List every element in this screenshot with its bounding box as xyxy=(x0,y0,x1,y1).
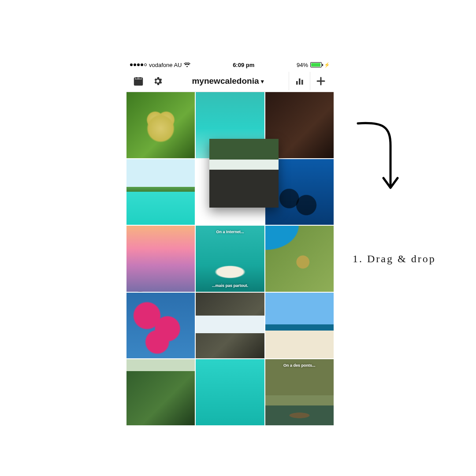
photo-thumbnail xyxy=(265,293,334,359)
grid-tile[interactable] xyxy=(126,159,195,225)
photo-thumbnail xyxy=(196,293,264,359)
settings-button[interactable] xyxy=(149,72,167,90)
grid-tile[interactable]: On a Internet... ...mais pas partout. xyxy=(196,226,264,292)
grid-tile[interactable] xyxy=(196,293,264,359)
account-switcher[interactable]: mynewcaledonia ▾ xyxy=(169,76,287,86)
annotation-text: 1. Drag & drop xyxy=(353,251,450,267)
carrier-label: vodafone AU xyxy=(149,62,182,68)
analytics-button[interactable] xyxy=(289,72,310,90)
add-button[interactable] xyxy=(310,72,331,90)
photo-thumbnail xyxy=(196,359,264,425)
grid-tile[interactable]: On a des ponts... xyxy=(265,359,334,425)
wifi-icon xyxy=(184,63,190,67)
photo-thumbnail xyxy=(126,226,195,292)
svg-rect-4 xyxy=(301,80,303,85)
photo-thumbnail xyxy=(126,359,195,425)
grid-tile[interactable] xyxy=(265,293,334,359)
feed-grid: On a Internet... ...mais pas partout. On… xyxy=(126,92,334,425)
photo-thumbnail xyxy=(126,159,195,225)
grid-tile[interactable] xyxy=(126,359,195,425)
calendar-button[interactable] xyxy=(129,72,148,90)
ios-status-bar: vodafone AU 6:09 pm 94% ⚡ xyxy=(126,60,334,70)
clock-label: 6:09 pm xyxy=(233,62,254,68)
signal-strength-icon xyxy=(130,63,147,66)
photo-caption: ...mais pas partout. xyxy=(196,282,264,289)
tutorial-annotation: 1. Drag & drop xyxy=(353,119,450,267)
svg-rect-2 xyxy=(296,81,298,85)
svg-rect-1 xyxy=(135,80,142,85)
photo-thumbnail xyxy=(209,139,279,208)
grid-tile[interactable] xyxy=(265,226,334,292)
photo-thumbnail xyxy=(265,359,334,425)
grid-tile[interactable] xyxy=(126,293,195,359)
photo-thumbnail xyxy=(265,226,334,292)
svg-rect-3 xyxy=(299,78,301,85)
photo-thumbnail xyxy=(126,293,195,359)
arrow-icon xyxy=(353,119,450,198)
grid-tile[interactable] xyxy=(196,359,264,425)
photo-thumbnail xyxy=(126,92,195,158)
battery-icon xyxy=(310,62,322,67)
grid-tile[interactable] xyxy=(126,226,195,292)
photo-caption: On a Internet... xyxy=(196,228,264,235)
dragged-tile[interactable] xyxy=(209,139,279,208)
account-name-label: mynewcaledonia xyxy=(192,76,259,86)
app-toolbar: mynewcaledonia ▾ xyxy=(126,70,334,92)
photo-caption: On a des ponts... xyxy=(265,362,334,369)
charging-icon: ⚡ xyxy=(324,62,330,68)
phone-screen: vodafone AU 6:09 pm 94% ⚡ xyxy=(126,60,334,425)
grid-tile[interactable] xyxy=(126,92,195,158)
chevron-down-icon: ▾ xyxy=(261,78,264,85)
battery-percent-label: 94% xyxy=(297,62,308,68)
